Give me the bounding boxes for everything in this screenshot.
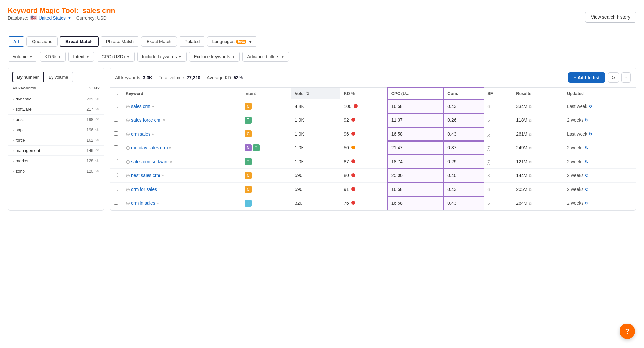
- results-link[interactable]: ⧉: [529, 201, 532, 206]
- kd-dot: [354, 104, 358, 108]
- results-link[interactable]: ⧉: [529, 174, 532, 178]
- refresh-icon[interactable]: ↻: [589, 131, 592, 136]
- sf-value[interactable]: 6: [487, 201, 490, 206]
- table-row: ⊕ crm for sales »C59091 16.580.436205M ⧉…: [110, 183, 636, 196]
- sidebar-tab-by-volume[interactable]: By volume: [44, 72, 73, 82]
- row-checkbox[interactable]: [114, 173, 118, 177]
- sf-value[interactable]: 8: [487, 173, 490, 178]
- database-dropdown-icon[interactable]: ▼: [68, 16, 71, 20]
- filter-exclude-keywords[interactable]: Exclude keywords ▼: [189, 52, 240, 62]
- tab-questions[interactable]: Questions: [26, 36, 58, 47]
- keyword-link[interactable]: ⊕ crm sales »: [126, 131, 237, 137]
- eye-icon[interactable]: 👁: [95, 138, 100, 143]
- eye-icon[interactable]: 👁: [95, 97, 100, 101]
- sf-cell: 6: [484, 183, 512, 196]
- sf-value[interactable]: 5: [487, 132, 490, 137]
- updated-cell: 2 weeks ↻: [563, 141, 636, 155]
- list-item[interactable]: › software 217 👁: [8, 104, 104, 114]
- filter-include-keywords[interactable]: Include keywords ▼: [137, 52, 187, 62]
- refresh-icon[interactable]: ↻: [585, 145, 589, 150]
- tab-all[interactable]: All: [8, 36, 24, 47]
- refresh-icon[interactable]: ↻: [585, 201, 589, 206]
- list-item[interactable]: › dynamic 239 👁: [8, 94, 104, 104]
- row-checkbox[interactable]: [114, 118, 118, 122]
- export-button[interactable]: ↑: [621, 72, 631, 83]
- keyword-link[interactable]: ⊕ crm in sales »: [126, 200, 237, 206]
- sf-value[interactable]: 7: [487, 146, 490, 151]
- tab-bar: All Questions Broad Match Phrase Match E…: [8, 36, 636, 47]
- row-checkbox[interactable]: [114, 159, 118, 163]
- view-history-button[interactable]: View search history: [585, 12, 636, 23]
- arrow-icon: »: [157, 201, 159, 205]
- comp-cell: 0.43: [444, 99, 484, 113]
- list-item[interactable]: › sap 196 👁: [8, 125, 104, 135]
- refresh-icon[interactable]: ↻: [585, 187, 589, 192]
- sidebar-tab-by-number[interactable]: By number: [12, 72, 44, 82]
- refresh-button[interactable]: ↻: [608, 72, 619, 83]
- results-link[interactable]: ⧉: [529, 132, 532, 136]
- tab-phrase-match[interactable]: Phrase Match: [101, 36, 139, 47]
- table-row: ⊕ monday sales crm »NT1.0K50 21.470.3772…: [110, 141, 636, 155]
- add-to-list-button[interactable]: + Add to list: [568, 72, 605, 83]
- filter-advanced[interactable]: Advanced filters ▼: [242, 52, 289, 62]
- cpc-cell: 11.37: [388, 113, 444, 127]
- list-item[interactable]: › market 128 👁: [8, 155, 104, 166]
- tab-exact-match[interactable]: Exact Match: [141, 36, 177, 47]
- row-checkbox-cell: [110, 113, 122, 127]
- database-link[interactable]: United States: [39, 15, 66, 21]
- sf-value[interactable]: 7: [487, 159, 490, 165]
- eye-icon[interactable]: 👁: [95, 107, 100, 112]
- keyword-link[interactable]: ⊕ sales crm »: [126, 103, 237, 109]
- filter-kd[interactable]: KD % ▼: [40, 52, 66, 62]
- row-checkbox[interactable]: [114, 145, 118, 149]
- refresh-icon[interactable]: ↻: [585, 173, 589, 178]
- results-link[interactable]: ⧉: [529, 118, 532, 123]
- keyword-link[interactable]: ⊕ sales force crm »: [126, 117, 237, 123]
- list-item[interactable]: › best 198 👁: [8, 114, 104, 125]
- volume-cell: 1.9K: [291, 113, 340, 127]
- filter-volume[interactable]: Volume ▼: [8, 52, 37, 62]
- chevron-icon: ›: [13, 169, 14, 173]
- select-all-checkbox[interactable]: [114, 91, 118, 95]
- refresh-icon[interactable]: ↻: [589, 104, 592, 109]
- row-checkbox[interactable]: [114, 201, 118, 205]
- eye-icon[interactable]: 👁: [95, 148, 100, 153]
- sf-value[interactable]: 6: [487, 104, 490, 109]
- add-icon: ⊕: [126, 200, 130, 206]
- row-checkbox[interactable]: [114, 104, 118, 108]
- list-item[interactable]: › management 146 👁: [8, 145, 104, 155]
- updated-cell: 2 weeks ↻: [563, 196, 636, 210]
- sf-value[interactable]: 6: [487, 187, 490, 192]
- results-link[interactable]: ⧉: [529, 160, 532, 164]
- refresh-icon[interactable]: ↻: [585, 118, 589, 123]
- list-item[interactable]: › force 162 👁: [8, 135, 104, 145]
- arrow-icon: »: [163, 118, 165, 122]
- sf-cell: 8: [484, 169, 512, 183]
- filter-intent[interactable]: Intent ▼: [68, 52, 94, 62]
- results-link[interactable]: ⧉: [529, 146, 532, 150]
- results-link[interactable]: ⧉: [529, 187, 532, 192]
- refresh-icon[interactable]: ↻: [585, 159, 589, 164]
- tab-related[interactable]: Related: [179, 36, 205, 47]
- results-link[interactable]: ⧉: [529, 104, 532, 109]
- keyword-cell: ⊕ sales force crm »: [122, 113, 241, 127]
- row-checkbox[interactable]: [114, 131, 118, 136]
- list-item[interactable]: › zoho 120 👁: [8, 166, 104, 176]
- updated-cell: Last week ↻: [563, 99, 636, 113]
- keyword-link[interactable]: ⊕ monday sales crm »: [126, 145, 237, 151]
- col-volume[interactable]: Volu. ⇅: [291, 88, 340, 99]
- filter-cpc[interactable]: CPC (USD) ▼: [97, 52, 134, 62]
- row-checkbox[interactable]: [114, 187, 118, 191]
- tab-broad-match[interactable]: Broad Match: [60, 36, 99, 47]
- keyword-link[interactable]: ⊕ sales crm software »: [126, 159, 237, 165]
- eye-icon[interactable]: 👁: [95, 127, 100, 132]
- help-button[interactable]: ?: [620, 324, 635, 339]
- add-icon: ⊕: [126, 145, 130, 151]
- keyword-link[interactable]: ⊕ crm for sales »: [126, 186, 237, 193]
- eye-icon[interactable]: 👁: [95, 117, 100, 122]
- sf-value[interactable]: 5: [487, 118, 490, 123]
- eye-icon[interactable]: 👁: [95, 158, 100, 163]
- keyword-link[interactable]: ⊕ best sales crm »: [126, 173, 237, 179]
- eye-icon[interactable]: 👁: [95, 169, 100, 174]
- languages-button[interactable]: Languages beta ▼: [207, 36, 257, 47]
